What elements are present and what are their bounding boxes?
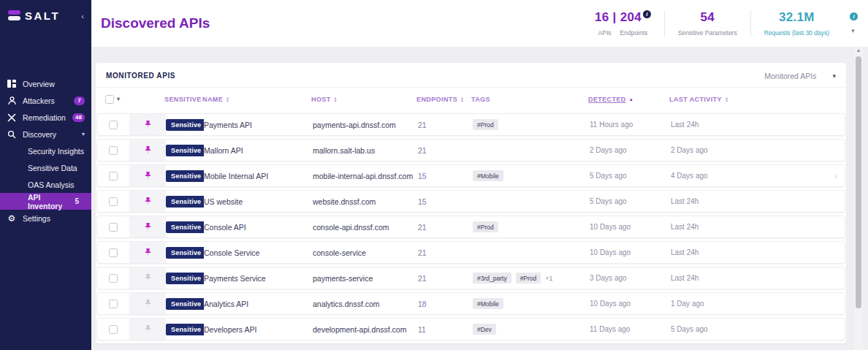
- api-host: mobile-internal-api.dnssf.com: [313, 172, 418, 180]
- api-host: payments-api.dnssf.com: [313, 121, 418, 129]
- filter-label: Monitored APIs: [764, 72, 816, 80]
- tag-chip: #3rd_party: [473, 273, 511, 284]
- sensitive-badge: Sensitive: [166, 221, 204, 233]
- header-stats: 16 | 204iAPIsEndpoints54Sensitive Parame…: [582, 0, 842, 47]
- sidebar: SALT ‹ OverviewAttackers7Remediation48Di…: [0, 0, 91, 350]
- endpoints-count: 11: [418, 325, 473, 334]
- sidebar-item-attackers[interactable]: Attackers7: [0, 92, 91, 109]
- last-activity-value: Last 24h: [671, 248, 758, 256]
- discovery-icon: [7, 130, 17, 139]
- api-name: Developers API: [204, 325, 313, 334]
- sidebar-item-discovery[interactable]: Discovery▾: [0, 126, 91, 142]
- row-checkbox[interactable]: [109, 274, 118, 283]
- table-row[interactable]: Sensitive Mallorn API mallorn.salt-lab.u…: [96, 139, 845, 161]
- pin-icon[interactable]: [129, 140, 166, 161]
- detected-value: 10 Days ago: [590, 223, 671, 231]
- sidebar-item-settings[interactable]: ⚙Settings: [0, 210, 91, 227]
- tags-cell: #Dev: [473, 324, 590, 335]
- row-checkbox[interactable]: [109, 325, 118, 334]
- detected-value: 10 Days ago: [590, 248, 671, 256]
- api-host: website.dnssf.com: [313, 197, 418, 206]
- sidebar-item-label: Discovery: [23, 130, 56, 139]
- sidebar-item-label: Remediation: [23, 113, 66, 122]
- table-body: Sensitive Payments API payments-api.dnss…: [96, 110, 846, 341]
- select-all-checkbox[interactable]: [105, 95, 114, 104]
- scrollbar-thumb[interactable]: [856, 56, 861, 308]
- sidebar-item-overview[interactable]: Overview: [0, 75, 91, 92]
- sidebar-item-remediation[interactable]: Remediation48: [0, 109, 91, 126]
- sensitive-badge: Sensitive: [166, 298, 204, 310]
- pin-icon[interactable]: [129, 319, 166, 340]
- sidebar-item-sensitive-data[interactable]: Sensitive Data: [0, 159, 91, 176]
- sidebar-item-oas-analysis[interactable]: OAS Analysis: [0, 176, 91, 193]
- table-row[interactable]: Sensitive Console Service console-servic…: [96, 241, 845, 264]
- info-icon[interactable]: i: [850, 12, 858, 20]
- row-checkbox[interactable]: [109, 146, 118, 155]
- column-name[interactable]: NAME▲▼: [202, 96, 311, 103]
- sidebar-item-api-inventory[interactable]: API Inventory5: [0, 193, 91, 210]
- detected-value: 2 Days ago: [590, 146, 671, 154]
- sidebar-collapse-icon[interactable]: ‹: [81, 12, 84, 20]
- sensitive-badge: Sensitive: [166, 324, 204, 335]
- stat-block: 16 | 204iAPIsEndpoints: [582, 10, 664, 37]
- last-activity-value: Last 24h: [671, 223, 758, 231]
- endpoints-count: 21: [418, 248, 473, 257]
- endpoints-count: 15: [418, 172, 473, 180]
- last-activity-value: Last 24h: [671, 197, 758, 205]
- row-checkbox[interactable]: [109, 121, 118, 129]
- sidebar-item-label: Overview: [23, 80, 55, 88]
- api-name: Payments Service: [204, 274, 313, 283]
- pin-icon[interactable]: [129, 267, 166, 289]
- endpoints-count: 18: [418, 300, 473, 308]
- info-icon[interactable]: i: [643, 10, 651, 18]
- tags-more-label: +1: [545, 275, 552, 282]
- row-checkbox[interactable]: [109, 300, 118, 308]
- monitored-apis-filter[interactable]: Monitored APIs ▾: [764, 72, 836, 80]
- endpoints-count: 21: [418, 121, 473, 129]
- table-row[interactable]: Sensitive Console API console-api.dnssf.…: [96, 216, 845, 238]
- scroll-up-icon[interactable]: ▲: [854, 47, 863, 53]
- sidebar-item-label: Attackers: [23, 96, 55, 105]
- last-activity-value: 4 Days ago: [671, 172, 758, 180]
- pin-icon[interactable]: [129, 114, 166, 135]
- stat-block: 54Sensitive Parameters: [665, 10, 750, 37]
- chevron-down-icon[interactable]: ▾: [117, 96, 120, 102]
- table-row[interactable]: Sensitive Payments API payments-api.dnss…: [96, 113, 845, 136]
- row-chevron-icon[interactable]: ›: [758, 171, 845, 181]
- sensitive-badge: Sensitive: [166, 273, 204, 284]
- column-host[interactable]: HOST▲▼: [311, 96, 416, 103]
- sidebar-item-security-insights[interactable]: Security Insights: [0, 142, 91, 159]
- api-name: Mallorn API: [204, 146, 313, 155]
- tags-cell: #3rd_party#Prod+1: [473, 273, 590, 284]
- sort-icon: ▲▼: [334, 96, 338, 102]
- table-row[interactable]: Sensitive Payments Service payments-serv…: [96, 267, 845, 289]
- vertical-scrollbar[interactable]: ▲: [854, 47, 863, 350]
- column-sensitive[interactable]: SENSITIVE: [164, 96, 202, 103]
- table-row[interactable]: Sensitive US website website.dnssf.com 1…: [96, 190, 845, 213]
- sensitive-badge: Sensitive: [166, 196, 204, 208]
- tags-cell: #Mobile: [473, 298, 590, 309]
- chevron-down-icon[interactable]: ▾: [851, 27, 855, 34]
- tag-chip: #Prod: [473, 119, 498, 130]
- row-checkbox[interactable]: [109, 223, 118, 232]
- table-row[interactable]: Sensitive Mobile Internal API mobile-int…: [96, 164, 845, 187]
- column-last-activity[interactable]: LAST ACTIVITY▲▼: [669, 96, 757, 103]
- row-checkbox[interactable]: [109, 248, 118, 257]
- pin-icon[interactable]: [129, 165, 166, 186]
- column-detected[interactable]: DETECTED▲: [588, 96, 669, 103]
- table-row[interactable]: Sensitive Developers API development-api…: [96, 318, 845, 341]
- tag-chip: #Dev: [473, 324, 496, 335]
- pin-icon[interactable]: [129, 216, 166, 237]
- column-tags[interactable]: TAGS: [471, 96, 588, 103]
- pin-icon[interactable]: [129, 191, 166, 212]
- pin-icon[interactable]: [129, 242, 166, 263]
- pin-icon[interactable]: [129, 293, 166, 314]
- endpoints-count: 21: [418, 223, 473, 232]
- tag-chip: #Mobile: [473, 170, 503, 181]
- row-checkbox[interactable]: [109, 197, 118, 206]
- column-endpoints[interactable]: ENDPOINTS▲▼: [416, 96, 471, 103]
- detected-value: 10 Days ago: [590, 300, 671, 308]
- table-row[interactable]: Sensitive Analytics API analytics.dnssf.…: [96, 292, 845, 315]
- row-checkbox[interactable]: [109, 172, 118, 180]
- count-badge: 48: [72, 113, 85, 122]
